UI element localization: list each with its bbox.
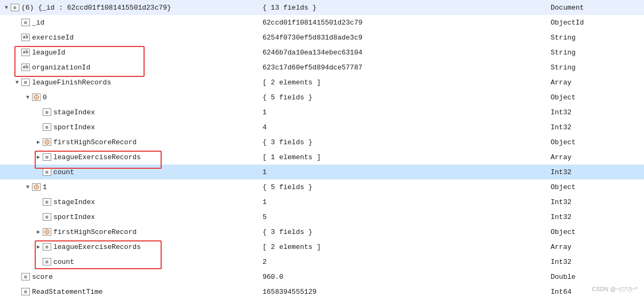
tree-row-leagueExerciseRecords1[interactable]: ⊞leagueExerciseRecords[ 2 elements ]Arra…	[0, 239, 644, 254]
value-col-sportIndex0: 4	[258, 123, 546, 131]
toggle-empty-sportIndex0	[34, 123, 43, 131]
type-col-leagueExerciseRecords0: Array	[546, 153, 642, 161]
tree-row-exerciseId[interactable]: abexerciseId6254f0730ef5d831d8ade3c9Stri…	[0, 30, 644, 45]
icon-count0: ⊞	[43, 168, 51, 176]
icon-root: ⊞	[11, 4, 19, 11]
type-col-leagueFinishRecords: Array	[546, 79, 642, 87]
icon-firstHighScoreRecord1	[43, 228, 51, 236]
icon-sportIndex1: ⊞	[43, 213, 51, 221]
tree-row-organizationId[interactable]: aborganizationId623c17d60ef5d894dce57787…	[0, 60, 644, 75]
key-col-firstHighScoreRecord0: firstHighScoreRecord	[2, 138, 258, 146]
tree-row-leagueExerciseRecords0[interactable]: ⊞leagueExerciseRecords[ 1 elements ]Arra…	[0, 150, 644, 165]
type-col-root: Document	[546, 4, 642, 12]
toggle-firstHighScoreRecord0[interactable]	[34, 138, 43, 146]
tree-row-sportIndex0[interactable]: ⊞sportIndex4Int32	[0, 120, 644, 135]
tree-row-record0[interactable]: 0{ 5 fields }Object	[0, 90, 644, 105]
type-col-stageIndex1: Int32	[546, 198, 642, 206]
type-col-sportIndex0: Int32	[546, 123, 642, 131]
tree-row-sportIndex1[interactable]: ⊞sportIndex5Int32	[0, 209, 644, 224]
tree-row-firstHighScoreRecord0[interactable]: firstHighScoreRecord{ 3 fields }Object	[0, 135, 644, 150]
tree-row-ReadStatementTime[interactable]: ⊞ReadStatementTime1658394555129Int64	[0, 284, 644, 297]
value-col-leagueExerciseRecords0: [ 1 elements ]	[258, 153, 546, 161]
key-col-leagueExerciseRecords1: ⊞leagueExerciseRecords	[2, 243, 258, 251]
key-col-exerciseId: abexerciseId	[2, 33, 258, 42]
tree-row-leagueId[interactable]: ableagueId6246b7da10ea134ebec63104String	[0, 45, 644, 60]
toggle-firstHighScoreRecord1[interactable]	[34, 228, 43, 236]
type-col-sportIndex1: Int32	[546, 213, 642, 221]
icon-leagueExerciseRecords1: ⊞	[43, 243, 51, 251]
value-col-leagueFinishRecords: [ 2 elements ]	[258, 79, 546, 87]
toggle-empty-stageIndex1	[34, 198, 43, 206]
tree-row-stageIndex1[interactable]: ⊞stageIndex1Int32	[0, 194, 644, 209]
icon-leagueFinishRecords: ⊞	[21, 79, 30, 86]
tree-row-_id[interactable]: ⊞_id62ccd01f1081415501d23c79ObjectId	[0, 15, 644, 30]
icon-ReadStatementTime: ⊞	[21, 288, 30, 295]
icon-organizationId: ab	[21, 64, 30, 71]
value-col-root: { 13 fields }	[258, 4, 546, 12]
tree-row-count0[interactable]: ⊞count1Int32	[0, 165, 644, 179]
key-col-ReadStatementTime: ⊞ReadStatementTime	[2, 287, 258, 296]
type-col-firstHighScoreRecord1: Object	[546, 228, 642, 236]
toggle-root[interactable]	[2, 3, 11, 12]
icon-leagueId: ab	[21, 49, 30, 56]
toggle-leagueExerciseRecords1[interactable]	[34, 243, 43, 251]
key-col-organizationId: aborganizationId	[2, 63, 258, 72]
key-text-leagueExerciseRecords0: leagueExerciseRecords	[53, 153, 141, 161]
type-col-leagueId: String	[546, 49, 642, 57]
tree-row-score[interactable]: ⊞score960.0Double	[0, 269, 644, 284]
value-col-count1: 2	[258, 258, 546, 266]
toggle-record0[interactable]	[23, 93, 32, 101]
value-col-sportIndex1: 5	[258, 213, 546, 221]
toggle-leagueFinishRecords[interactable]	[13, 78, 21, 87]
svg-point-1	[36, 97, 37, 98]
toggle-leagueExerciseRecords0[interactable]	[34, 153, 43, 161]
key-col-leagueId: ableagueId	[2, 48, 258, 57]
icon-firstHighScoreRecord0	[43, 138, 51, 146]
value-col-score: 960.0	[258, 273, 546, 281]
type-col-count1: Int32	[546, 258, 642, 266]
icon-score: ⊞	[21, 273, 30, 280]
tree-row-leagueFinishRecords[interactable]: ⊞leagueFinishRecords[ 2 elements ]Array	[0, 75, 644, 90]
type-col-organizationId: String	[546, 64, 642, 72]
value-col-firstHighScoreRecord1: { 3 fields }	[258, 228, 546, 236]
svg-point-7	[46, 231, 48, 233]
tree-row-stageIndex0[interactable]: ⊞stageIndex1Int32	[0, 105, 644, 120]
value-col-_id: 62ccd01f1081415501d23c79	[258, 19, 546, 27]
value-col-record1: { 5 fields }	[258, 183, 546, 191]
tree-row-record1[interactable]: 1{ 5 fields }Object	[0, 179, 644, 194]
toggle-empty-count0	[34, 168, 43, 176]
value-col-exerciseId: 6254f0730ef5d831d8ade3c9	[258, 34, 546, 42]
key-col-count1: ⊞count	[2, 257, 258, 266]
tree-row-firstHighScoreRecord1[interactable]: firstHighScoreRecord{ 3 fields }Object	[0, 224, 644, 239]
value-col-leagueExerciseRecords1: [ 2 elements ]	[258, 243, 546, 251]
key-text-stageIndex0: stageIndex	[53, 108, 95, 116]
value-col-leagueId: 6246b7da10ea134ebec63104	[258, 49, 546, 57]
key-text-exerciseId: exerciseId	[32, 34, 74, 42]
key-col-leagueFinishRecords: ⊞leagueFinishRecords	[2, 78, 258, 87]
icon-exerciseId: ab	[21, 34, 30, 41]
key-col-root: ⊞(6) {_id : 62ccd01f1081415501d23c79}	[2, 3, 258, 12]
key-col-leagueExerciseRecords0: ⊞leagueExerciseRecords	[2, 153, 258, 161]
key-col-sportIndex1: ⊞sportIndex	[2, 213, 258, 221]
value-col-stageIndex0: 1	[258, 108, 546, 116]
toggle-record1[interactable]	[23, 183, 32, 191]
toggle-empty-exerciseId	[13, 33, 21, 42]
toggle-empty-leagueId	[13, 48, 21, 57]
type-col-record0: Object	[546, 93, 642, 101]
value-col-organizationId: 623c17d60ef5d894dce57787	[258, 64, 546, 72]
key-text-leagueId: leagueId	[32, 49, 65, 57]
type-col-firstHighScoreRecord0: Object	[546, 138, 642, 146]
icon-record0	[32, 93, 41, 101]
watermark: CSDN @~(▽▽)~*	[592, 286, 638, 293]
svg-point-3	[46, 142, 48, 143]
key-text-leagueFinishRecords: leagueFinishRecords	[32, 79, 111, 87]
type-col-stageIndex0: Int32	[546, 108, 642, 116]
key-col-firstHighScoreRecord1: firstHighScoreRecord	[2, 228, 258, 236]
value-col-stageIndex1: 1	[258, 198, 546, 206]
toggle-empty-_id	[13, 18, 21, 27]
key-col-stageIndex0: ⊞stageIndex	[2, 108, 258, 116]
key-text-stageIndex1: stageIndex	[53, 198, 95, 206]
toggle-empty-sportIndex1	[34, 213, 43, 221]
tree-row-count1[interactable]: ⊞count2Int32	[0, 254, 644, 269]
tree-row-root[interactable]: ⊞(6) {_id : 62ccd01f1081415501d23c79}{ 1…	[0, 0, 644, 15]
